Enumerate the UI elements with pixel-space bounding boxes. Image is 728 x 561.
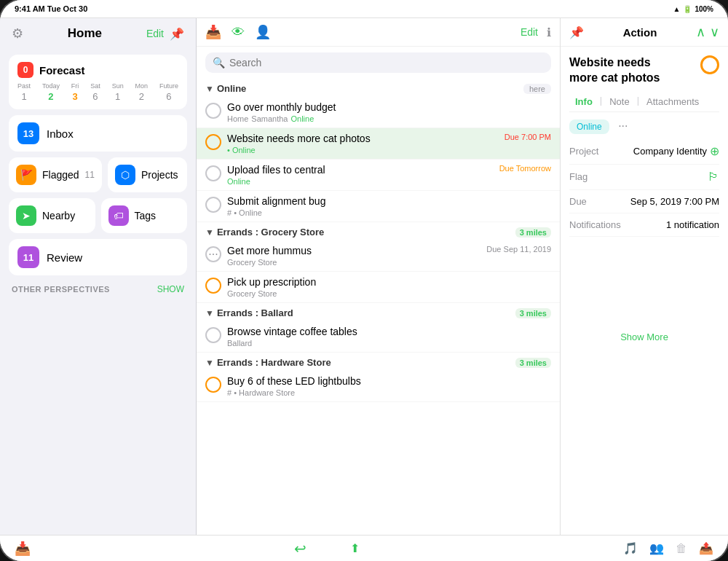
sidebar-item-flagged[interactable]: 🚩 Flagged 11 bbox=[9, 157, 102, 192]
tab-attachments[interactable]: Attachments bbox=[641, 95, 705, 109]
task-item-budget[interactable]: Go over monthly budget Home Samantha Onl… bbox=[197, 97, 560, 128]
section-arrow-ballard[interactable]: ▼ bbox=[205, 308, 214, 318]
task-item-hummus[interactable]: ··· Get more hummus Grocery Store Due Se… bbox=[197, 240, 560, 272]
share-icon[interactable]: 📤 bbox=[699, 541, 713, 555]
sidebar-item-review[interactable]: 11 Review bbox=[9, 239, 187, 275]
section-arrow-grocery[interactable]: ▼ bbox=[205, 227, 214, 238]
task-tag: Grocery Store bbox=[227, 258, 277, 267]
detail-value-due: Sep 5, 2019 7:00 PM bbox=[630, 196, 719, 207]
sidebar-pin-icon[interactable]: 📌 bbox=[170, 27, 184, 41]
detail-pin-icon[interactable]: 📌 bbox=[569, 26, 584, 39]
bottom-left-icon[interactable]: 📥 bbox=[15, 541, 31, 557]
task-check-hummus[interactable]: ··· bbox=[205, 246, 221, 262]
task-check-coffee-tables[interactable] bbox=[205, 327, 221, 343]
detail-label-due: Due bbox=[569, 196, 587, 207]
task-check-prescription[interactable] bbox=[205, 278, 221, 294]
eye-icon[interactable]: 👁 bbox=[232, 25, 245, 40]
wifi-icon: ▲ bbox=[673, 5, 681, 13]
detail-more-dots[interactable]: ··· bbox=[618, 119, 628, 132]
gear-icon[interactable]: ⚙ bbox=[12, 26, 23, 42]
task-title-coffee-tables: Browse vintage coffee tables bbox=[227, 326, 551, 337]
show-perspectives-button[interactable]: SHOW bbox=[157, 284, 184, 294]
app-container: ⚙ Home Edit 📌 0 Forecast Past 1 bbox=[0, 17, 728, 535]
detail-label-flag: Flag bbox=[569, 171, 587, 182]
detail-task-title: Website needs more cat photos bbox=[569, 55, 700, 86]
task-check-budget[interactable] bbox=[205, 103, 221, 119]
battery-level: 100% bbox=[695, 5, 713, 13]
task-check-upload[interactable] bbox=[205, 165, 221, 181]
section-title-grocery: ▼ Errands : Grocery Store bbox=[205, 227, 324, 238]
upload-icon[interactable]: ⬆ bbox=[350, 541, 360, 555]
task-check-cat-photos[interactable] bbox=[205, 134, 221, 150]
task-item-led[interactable]: Buy 6 of these LED lightbulbs # • Hardwa… bbox=[197, 371, 560, 402]
info-icon[interactable]: ℹ bbox=[547, 26, 551, 39]
section-title-online: ▼ Online bbox=[205, 83, 246, 94]
task-title-alignment: Submit alignment bug bbox=[227, 195, 551, 207]
section-badge-online: here bbox=[523, 84, 551, 94]
task-right-hummus: Due Sep 11, 2019 bbox=[483, 245, 551, 254]
task-content-budget: Go over monthly budget Home Samantha Onl… bbox=[227, 101, 551, 123]
task-item-cat-photos[interactable]: Website needs more cat photos • Online D… bbox=[197, 128, 560, 160]
task-tags-cat-photos: • Online bbox=[227, 146, 499, 154]
sidebar-item-projects[interactable]: ⬡ Projects bbox=[108, 157, 187, 192]
tags-label: Tags bbox=[135, 210, 157, 221]
forecast-day-sat: Sat 6 bbox=[90, 82, 100, 102]
task-item-prescription[interactable]: Pick up prescription Grocery Store bbox=[197, 272, 560, 303]
task-list: ▼ Online here Go over monthly budget Hom… bbox=[197, 79, 560, 535]
tab-note[interactable]: Note bbox=[604, 95, 635, 109]
section-badge-ballard: 3 miles bbox=[515, 308, 551, 318]
battery-icon: 🔋 bbox=[683, 5, 692, 13]
sidebar-item-tags[interactable]: 🏷 Tags bbox=[101, 198, 188, 233]
section-header-hardware: ▼ Errands : Hardware Store 3 miles bbox=[197, 353, 560, 371]
section-name-grocery: Errands : Grocery Store bbox=[217, 227, 324, 238]
music-icon[interactable]: 🎵 bbox=[623, 541, 638, 555]
detail-value-notifications: 1 notification bbox=[666, 219, 719, 230]
detail-prev-button[interactable]: ∧ bbox=[696, 24, 705, 40]
section-arrow-hardware[interactable]: ▼ bbox=[205, 358, 214, 368]
search-bar[interactable]: 🔍 bbox=[205, 52, 551, 73]
search-input[interactable] bbox=[229, 57, 544, 68]
sidebar-item-nearby[interactable]: ➤ Nearby bbox=[9, 198, 95, 233]
task-item-upload[interactable]: Upload files to central Online Due Tomor… bbox=[197, 160, 560, 191]
detail-online-badge[interactable]: Online bbox=[569, 119, 609, 134]
section-name-ballard: Errands : Ballard bbox=[217, 307, 293, 318]
detail-next-button[interactable]: ∨ bbox=[710, 24, 719, 40]
task-check-led[interactable] bbox=[205, 377, 221, 393]
add-project-icon[interactable]: ⊕ bbox=[710, 144, 719, 158]
section-arrow-online[interactable]: ▼ bbox=[205, 84, 214, 94]
forecast-day-today: Today 2 bbox=[42, 82, 60, 102]
other-perspectives-label: OTHER PERSPECTIVES bbox=[12, 285, 110, 294]
person-icon[interactable]: 👤 bbox=[255, 24, 271, 40]
forecast-badge: 0 bbox=[17, 62, 33, 78]
search-icon: 🔍 bbox=[213, 57, 225, 68]
flagged-count: 11 bbox=[85, 170, 95, 180]
show-more-button[interactable]: Show More bbox=[569, 324, 719, 350]
middle-edit-button[interactable]: Edit bbox=[521, 26, 538, 38]
status-time: 9:41 AM Tue Oct 30 bbox=[15, 4, 87, 13]
forecast-day-mon: Mon 2 bbox=[135, 82, 149, 102]
undo-icon[interactable]: ↩ bbox=[294, 540, 306, 557]
detail-task-check[interactable] bbox=[700, 55, 719, 74]
forecast-card[interactable]: 0 Forecast Past 1 Today 2 Fri bbox=[9, 55, 187, 109]
task-check-alignment[interactable] bbox=[205, 197, 221, 213]
task-item-alignment[interactable]: Submit alignment bug # • Online bbox=[197, 191, 560, 222]
people-icon[interactable]: 👥 bbox=[649, 541, 664, 555]
flagged-label: Flagged bbox=[42, 169, 79, 181]
tab-info[interactable]: Info bbox=[569, 95, 598, 109]
inbox-icon[interactable]: 📥 bbox=[205, 24, 221, 40]
trash-icon[interactable]: 🗑 bbox=[676, 542, 687, 555]
task-tag: Home bbox=[227, 114, 248, 123]
middle-panel: 📥 👁 👤 Edit ℹ 🔍 ▼ Online bbox=[197, 18, 561, 535]
task-title-budget: Go over monthly budget bbox=[227, 101, 551, 113]
review-label: Review bbox=[47, 251, 178, 264]
task-tag: Grocery Store bbox=[227, 289, 277, 298]
detail-header: 📌 Action ∧ ∨ bbox=[561, 18, 728, 47]
task-title-led: Buy 6 of these LED lightbulbs bbox=[227, 375, 551, 387]
sidebar-edit-button[interactable]: Edit bbox=[146, 28, 164, 39]
sidebar-item-inbox[interactable]: 13 Inbox bbox=[9, 115, 187, 152]
task-due-cat-photos: Due 7:00 PM bbox=[505, 133, 551, 141]
task-item-coffee-tables[interactable]: Browse vintage coffee tables Ballard bbox=[197, 321, 560, 353]
detail-label-project: Project bbox=[569, 146, 598, 157]
flag-icon[interactable]: 🏳 bbox=[708, 170, 719, 184]
detail-tabs: Info | Note | Attachments bbox=[569, 95, 719, 112]
